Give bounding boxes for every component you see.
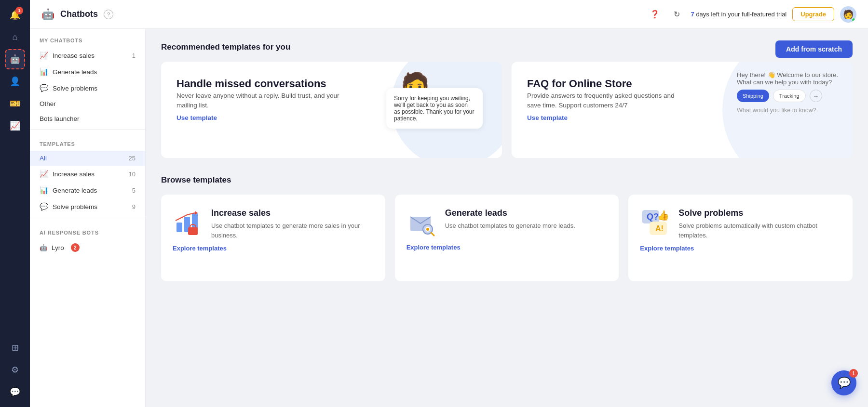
icon-bar-home[interactable]: ⌂ bbox=[5, 27, 25, 47]
faq-btn-tracking[interactable]: Tracking bbox=[773, 90, 806, 102]
explore-templates-link-2[interactable]: Explore templates bbox=[407, 244, 608, 251]
explore-templates-link-1[interactable]: Explore templates bbox=[173, 245, 374, 252]
sidebar-item-label: Other bbox=[40, 100, 56, 107]
topbar-help-button[interactable]: ? bbox=[104, 10, 113, 19]
online-indicator bbox=[852, 18, 856, 22]
explore-templates-link-3[interactable]: Explore templates bbox=[640, 245, 841, 252]
icon-bar-chatbots[interactable]: 🤖 bbox=[5, 49, 25, 69]
svg-rect-4 bbox=[188, 227, 198, 235]
card-chat-bubble: Sorry for keeping you waiting, we'll get… bbox=[386, 88, 483, 129]
sidebar-item-count: 1 bbox=[132, 52, 136, 59]
solve-problems-browse-icon: Q? A! 👍 bbox=[640, 208, 671, 239]
sidebar-item-count: 25 bbox=[129, 155, 136, 162]
icon-bar-analytics[interactable]: 📈 bbox=[5, 116, 25, 136]
solve-problems-icon: 💬 bbox=[40, 84, 49, 92]
add-from-scratch-button[interactable]: Add from scratch bbox=[775, 40, 853, 58]
main-area: Add from scratch Recommended templates f… bbox=[146, 29, 868, 407]
template-solve-problems-icon: 💬 bbox=[40, 202, 49, 211]
ticket-icon: 🎫 bbox=[10, 98, 20, 109]
lyro-icon: 🤖 bbox=[40, 244, 48, 251]
browse-card-title-2: Generate leads bbox=[445, 208, 575, 218]
card-title: Handle missed conversations bbox=[176, 77, 347, 91]
browse-card-solve-problems: Q? A! 👍 Solve problems bbox=[628, 195, 853, 281]
use-template-link-2[interactable]: Use template bbox=[527, 114, 568, 121]
sidebar-item-label: All bbox=[40, 155, 47, 162]
sidebar-item-solve-problems[interactable]: 💬 Solve problems bbox=[30, 80, 145, 96]
grid-icon: ⊞ bbox=[12, 342, 19, 353]
my-chatbots-section-title: MY CHATBOTS bbox=[30, 29, 145, 47]
sidebar-item-bots-launcher[interactable]: Bots launcher bbox=[30, 111, 145, 126]
icon-bar-notifications[interactable]: 🔔 1 bbox=[5, 5, 25, 25]
increase-sales-icon: 📈 bbox=[40, 51, 49, 60]
app-wrapper: 🔔 1 ⌂ 🤖 👤 🎫 📈 ⊞ ⚙ 💬 🤖 bbox=[0, 0, 868, 407]
increase-sales-browse-icon bbox=[173, 208, 203, 239]
sidebar-item-label: Lyro bbox=[52, 244, 64, 251]
sidebar-item-template-solve-problems[interactable]: 💬 Solve problems 9 bbox=[30, 198, 145, 215]
sidebar-item-increase-sales[interactable]: 📈 Increase sales 1 bbox=[30, 47, 145, 64]
icon-bar-chat[interactable]: 💬 bbox=[5, 382, 25, 402]
topbar-help-circle[interactable]: ❓ bbox=[647, 6, 663, 23]
home-icon: ⌂ bbox=[13, 32, 18, 42]
topbar-refresh[interactable]: ↻ bbox=[669, 6, 685, 23]
sidebar-divider bbox=[30, 129, 145, 130]
user-avatar[interactable]: 🧑 bbox=[840, 6, 856, 23]
solve-icon-svg: Q? A! 👍 bbox=[640, 208, 671, 239]
sidebar-item-other[interactable]: Other bbox=[30, 96, 145, 111]
sidebar-item-all[interactable]: All 25 bbox=[30, 151, 145, 166]
sidebar-item-count: 9 bbox=[132, 203, 136, 210]
sidebar-item-template-increase-sales[interactable]: 📈 Increase sales 10 bbox=[30, 166, 145, 182]
sidebar-item-label: Increase sales bbox=[53, 52, 95, 59]
circle-help-icon: ❓ bbox=[650, 10, 660, 19]
ai-bots-section-title: AI RESPONSE BOTS bbox=[30, 221, 145, 239]
sidebar-item-label: Solve problems bbox=[53, 85, 97, 92]
upgrade-button[interactable]: Upgrade bbox=[792, 7, 834, 21]
topbar: 🤖 Chatbots ? ❓ ↻ 7 days left in your ful… bbox=[30, 0, 868, 29]
svg-line-8 bbox=[431, 233, 434, 236]
template-card-faq: FAQ for Online Store Provide answers to … bbox=[512, 62, 853, 158]
generate-leads-icon: 📊 bbox=[40, 67, 49, 76]
content-area: Add from scratch Recommended templates f… bbox=[146, 29, 868, 407]
browse-section-title: Browse templates bbox=[161, 175, 853, 185]
browse-card-top-2: Generate leads Use chatbot templates to … bbox=[407, 208, 608, 239]
template-increase-sales-icon: 📈 bbox=[40, 170, 49, 178]
sidebar-item-label: Bots launcher bbox=[40, 115, 80, 122]
trial-days: 7 bbox=[691, 11, 694, 18]
icon-bar: 🔔 1 ⌂ 🤖 👤 🎫 📈 ⊞ ⚙ 💬 bbox=[0, 0, 30, 407]
browse-card-desc: Use chatbot templates to generate more s… bbox=[211, 221, 374, 240]
sidebar-item-label: Generate leads bbox=[53, 68, 97, 76]
faq-btn-shipping[interactable]: Shipping bbox=[737, 90, 769, 102]
use-template-link-1[interactable]: Use template bbox=[176, 114, 217, 121]
bubble-text: Sorry for keeping you waiting, we'll get… bbox=[394, 95, 475, 122]
lyro-badge: 2 bbox=[71, 243, 80, 252]
chat-widget-button[interactable]: 💬 1 bbox=[831, 370, 856, 395]
icon-bar-users[interactable]: 👤 bbox=[5, 71, 25, 92]
svg-text:👍: 👍 bbox=[657, 210, 669, 221]
browse-card-title: Increase sales bbox=[211, 208, 374, 218]
browse-card-increase-sales: Increase sales Use chatbot templates to … bbox=[161, 195, 385, 281]
sidebar-item-label: Generate leads bbox=[53, 187, 97, 194]
sales-chart-svg bbox=[174, 209, 203, 238]
recommended-section-title: Recommended templates for you bbox=[161, 42, 853, 52]
trial-text: 7 days left in your full-featured trial bbox=[691, 11, 787, 18]
chat-widget-badge: 1 bbox=[849, 369, 858, 378]
browse-card-top-3: Q? A! 👍 Solve problems bbox=[640, 208, 841, 240]
faq-greeting: Hey there! 👋 Welcome to our store. What … bbox=[737, 71, 843, 86]
topbar-title: Chatbots bbox=[60, 9, 98, 19]
card-desc: Never leave anyone without a reply. Buil… bbox=[176, 91, 347, 111]
icon-bar-tickets[interactable]: 🎫 bbox=[5, 93, 25, 114]
faq-input-placeholder: What would you like to know? bbox=[737, 107, 843, 114]
refresh-icon: ↻ bbox=[674, 10, 680, 19]
icon-bar-settings[interactable]: ⚙ bbox=[5, 360, 25, 380]
sidebar-item-lyro[interactable]: 🤖 Lyro 2 bbox=[30, 239, 145, 256]
browse-card-desc-2: Use chatbot templates to generate more l… bbox=[445, 221, 575, 231]
sidebar-item-generate-leads[interactable]: 📊 Generate leads bbox=[30, 64, 145, 80]
icon-bar-grid[interactable]: ⊞ bbox=[5, 338, 25, 358]
svg-text:A!: A! bbox=[655, 224, 664, 233]
browse-templates-row: Increase sales Use chatbot templates to … bbox=[161, 195, 853, 281]
faq-nav-arrow[interactable]: → bbox=[810, 90, 822, 102]
browse-card-desc-3: Solve problems automatically with custom… bbox=[678, 221, 841, 240]
svg-rect-0 bbox=[176, 223, 182, 232]
browse-card-title-3: Solve problems bbox=[678, 208, 841, 218]
help-icon: ? bbox=[107, 12, 110, 17]
sidebar-item-template-generate-leads[interactable]: 📊 Generate leads 5 bbox=[30, 182, 145, 198]
